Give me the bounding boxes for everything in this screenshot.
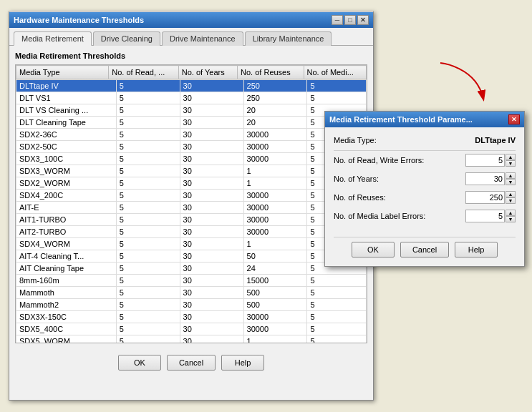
read-errors-input-wrapper: ▲ ▼ (465, 154, 516, 167)
cell-reuses: 20 (243, 117, 307, 129)
cell-medi: 5 (307, 287, 367, 299)
dialog-content: Media Type: DLTtape IV No. of Read, Writ… (325, 127, 524, 237)
table-row[interactable]: SDX5_400C530300005 (16, 323, 367, 335)
years-input-wrapper: ▲ ▼ (465, 172, 516, 185)
minimize-button[interactable]: ─ (332, 15, 343, 25)
table-row[interactable]: AIT1-TURBO530300005 (16, 214, 367, 226)
cell-years: 30 (180, 104, 243, 117)
table-row[interactable]: 8mm-160m530150005 (16, 275, 367, 287)
tab-media-retirement[interactable]: Media Retirement (14, 31, 92, 46)
ok-button[interactable]: OK (118, 355, 161, 371)
label-errors-row: No. of Media Label Errors: ▲ ▼ (334, 210, 516, 222)
cell-type: AIT2-TURBO (16, 226, 117, 238)
cell-reuses: 30000 (243, 311, 307, 323)
table-row[interactable]: SDX2-50C530300005 (16, 141, 367, 153)
cell-type: SDX3_100C (16, 153, 117, 165)
table-row[interactable]: AIT-4 Cleaning T...530505 (16, 250, 367, 263)
table-row[interactable]: SDX2_WORM53015 (16, 177, 367, 190)
table-scroll[interactable]: DLTtape IV5302505DLT VS15302505DLT VS Cl… (16, 79, 367, 343)
cell-years: 30 (180, 129, 243, 141)
cell-type: AIT-E (16, 202, 117, 214)
reuses-down[interactable]: ▼ (506, 197, 516, 204)
cell-read: 5 (116, 80, 180, 92)
help-button[interactable]: Help (221, 355, 264, 371)
dialog-help-button[interactable]: Help (455, 242, 498, 258)
table-row[interactable]: SDX3_100C530300005 (16, 153, 367, 165)
main-window: Hardware Maintenance Thresholds ─ □ ✕ Me… (9, 11, 374, 401)
cell-reuses: 50 (243, 250, 307, 263)
dialog-cancel-button[interactable]: Cancel (400, 242, 449, 258)
cell-years: 30 (180, 165, 243, 177)
cell-type: SDX5_400C (16, 323, 117, 335)
table-row[interactable]: SDX3_WORM53015 (16, 165, 367, 177)
table-row[interactable]: DLT Cleaning Tape530205 (16, 117, 367, 129)
cell-reuses: 20 (243, 104, 307, 117)
cell-reuses: 30000 (243, 214, 307, 226)
maximize-button[interactable]: □ (344, 15, 356, 25)
section-title: Media Retirement Thresholds (15, 52, 367, 60)
table-row[interactable]: Mammoth5305005 (16, 287, 367, 299)
tab-library-maintenance[interactable]: Library Maintenance (245, 31, 332, 46)
media-type-value: DLTtape IV (458, 136, 516, 144)
cell-medi: 5 (307, 92, 367, 104)
table-row[interactable]: SDX4_200C530300005 (16, 190, 367, 202)
table-row[interactable]: SDX5_WORM53015 (16, 335, 367, 344)
cell-reuses: 1 (243, 238, 307, 250)
cell-reuses: 30000 (243, 226, 307, 238)
dialog-close-button[interactable]: ✕ (508, 114, 520, 124)
label-errors-input-wrapper: ▲ ▼ (465, 210, 516, 222)
table-row[interactable]: Mammoth25305005 (16, 299, 367, 311)
media-data-table: DLTtape IV5302505DLT VS15302505DLT VS Cl… (16, 79, 367, 343)
read-errors-row: No. of Read, Write Errors: ▲ ▼ (334, 154, 516, 167)
cell-type: SDX2-50C (16, 141, 117, 153)
table-row[interactable]: AIT2-TURBO530300005 (16, 226, 367, 238)
label-errors-down[interactable]: ▼ (506, 216, 516, 222)
table-row[interactable]: SDX4_WORM53015 (16, 238, 367, 250)
table-row[interactable]: DLTtape IV5302505 (16, 80, 367, 92)
cell-type: SDX5_WORM (16, 335, 117, 344)
cell-type: Mammoth2 (16, 299, 117, 311)
years-input[interactable] (465, 172, 505, 185)
read-errors-up[interactable]: ▲ (506, 154, 516, 160)
close-button[interactable]: ✕ (357, 15, 369, 25)
reuses-input[interactable] (465, 191, 505, 204)
cancel-button[interactable]: Cancel (167, 355, 216, 371)
years-label: No. of Years: (334, 175, 465, 183)
cell-read: 5 (116, 153, 180, 165)
dialog-separator-1 (334, 150, 516, 151)
cell-years: 30 (180, 263, 243, 275)
years-up[interactable]: ▲ (506, 172, 516, 179)
table-row[interactable]: DLT VS Cleaning ...530205 (16, 104, 367, 117)
media-type-label: Media Type: (334, 136, 458, 144)
label-errors-up[interactable]: ▲ (506, 210, 516, 216)
cell-years: 30 (180, 117, 243, 129)
col-header-read: No. of Read, ... (109, 66, 179, 79)
dialog-ok-button[interactable]: OK (352, 242, 395, 258)
read-errors-input[interactable] (465, 154, 505, 167)
cell-medi: 5 (307, 311, 367, 323)
cell-reuses: 250 (243, 92, 307, 104)
cell-reuses: 30000 (243, 153, 307, 165)
cell-read: 5 (116, 299, 180, 311)
table-row[interactable]: SDX2-36C530300005 (16, 129, 367, 141)
reuses-row: No. of Reuses: ▲ ▼ (334, 191, 516, 204)
read-errors-down[interactable]: ▼ (506, 160, 516, 167)
cell-reuses: 15000 (243, 275, 307, 287)
label-errors-input[interactable] (465, 210, 505, 222)
cell-type: 8mm-160m (16, 275, 117, 287)
tab-drive-cleaning[interactable]: Drive Cleaning (93, 31, 160, 46)
cell-reuses: 1 (243, 335, 307, 344)
cell-read: 5 (116, 275, 180, 287)
cell-reuses: 1 (243, 165, 307, 177)
cell-reuses: 250 (243, 80, 307, 92)
tab-drive-maintenance[interactable]: Drive Maintenance (162, 31, 243, 46)
cell-read: 5 (116, 104, 180, 117)
table-row[interactable]: SDX3X-150C530300005 (16, 311, 367, 323)
cell-medi: 5 (307, 80, 367, 92)
table-row[interactable]: AIT Cleaning Tape530245 (16, 263, 367, 275)
reuses-up[interactable]: ▲ (506, 191, 516, 197)
years-down[interactable]: ▼ (506, 179, 516, 185)
cell-years: 30 (180, 287, 243, 299)
table-row[interactable]: AIT-E530300005 (16, 202, 367, 214)
table-row[interactable]: DLT VS15302505 (16, 92, 367, 104)
